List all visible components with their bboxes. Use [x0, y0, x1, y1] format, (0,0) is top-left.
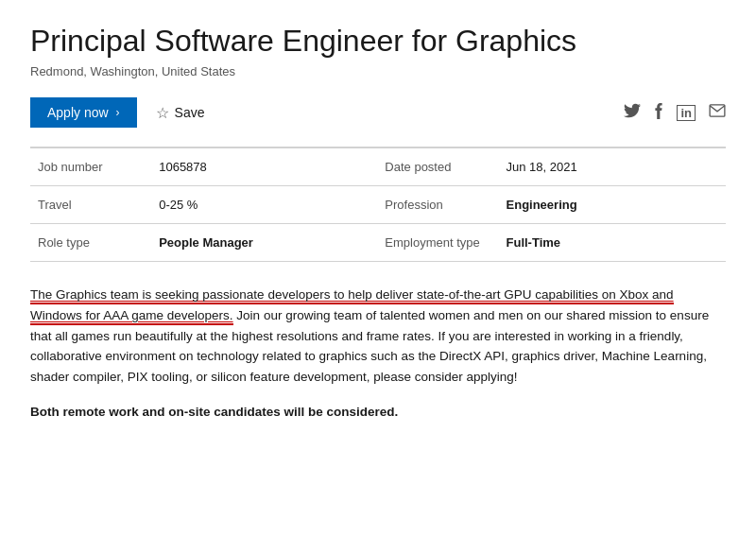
employment-type-label: Employment type	[377, 224, 498, 262]
apply-now-button[interactable]: Apply now ›	[30, 97, 137, 128]
profession-label: Profession	[377, 186, 498, 224]
table-row: Travel 0-25 % Profession Engineering	[30, 186, 726, 224]
save-label: Save	[175, 105, 205, 120]
role-type-value: People Manager	[151, 224, 377, 262]
save-button[interactable]: ☆ Save	[156, 104, 205, 122]
twitter-share-icon[interactable]	[624, 103, 641, 122]
travel-label: Travel	[30, 186, 151, 224]
role-type-label: Role type	[30, 224, 151, 262]
description-section: The Graphics team is seeking passionate …	[30, 285, 726, 423]
employment-type-value: Full-Time	[499, 224, 726, 262]
email-share-icon[interactable]	[709, 104, 726, 121]
description-paragraph: The Graphics team is seeking passionate …	[30, 285, 726, 387]
travel-value: 0-25 %	[151, 186, 377, 224]
job-number-label: Job number	[30, 148, 151, 186]
table-row: Job number 1065878 Date posted Jun 18, 2…	[30, 148, 726, 186]
details-table: Job number 1065878 Date posted Jun 18, 2…	[30, 147, 726, 262]
action-bar-left: Apply now › ☆ Save	[30, 97, 205, 128]
remote-work-note: Both remote work and on-site candidates …	[30, 402, 726, 423]
social-icons: in	[624, 102, 726, 123]
star-icon: ☆	[156, 104, 169, 122]
job-number-value: 1065878	[151, 148, 377, 186]
svg-rect-0	[710, 105, 725, 116]
facebook-share-icon[interactable]	[654, 102, 663, 123]
apply-now-label: Apply now	[47, 105, 109, 120]
profession-value: Engineering	[499, 186, 726, 224]
action-bar: Apply now › ☆ Save in	[30, 97, 726, 128]
date-posted-label: Date posted	[377, 148, 498, 186]
linkedin-share-icon[interactable]: in	[677, 105, 696, 121]
job-location: Redmond, Washington, United States	[30, 64, 726, 78]
date-posted-value: Jun 18, 2021	[499, 148, 726, 186]
job-title: Principal Software Engineer for Graphics	[30, 23, 726, 59]
page-container: Principal Software Engineer for Graphics…	[0, 0, 756, 453]
table-row: Role type People Manager Employment type…	[30, 224, 726, 262]
chevron-right-icon: ›	[116, 106, 120, 119]
